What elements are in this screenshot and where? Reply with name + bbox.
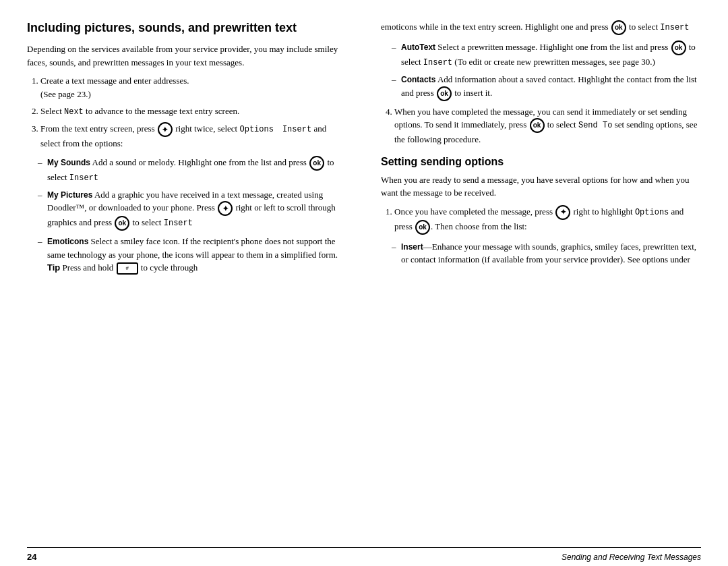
step-1: Create a text message and enter addresse… (40, 74, 347, 101)
option-autotext: AutoText Select a prewritten message. Hi… (392, 40, 701, 69)
step-4: When you have completed the message, you… (394, 105, 701, 146)
ok-icon-2: ok (115, 216, 129, 231)
section2-intro: When you are ready to send a message, yo… (381, 173, 701, 200)
ok-icon-1: ok (309, 156, 324, 171)
left-intro: Depending on the services available from… (27, 43, 347, 69)
step-3: From the text entry screen, press right … (40, 122, 347, 150)
ok-icon-6: ok (530, 118, 545, 133)
option-contacts: Contacts Add information about a saved c… (392, 73, 701, 101)
left-title: Including pictures, sounds, and prewritt… (27, 20, 347, 36)
left-steps-list: Create a text message and enter addresse… (27, 74, 347, 150)
option-emoticons: Emoticons Select a smiley face icon. If … (38, 235, 347, 275)
ok-icon-4: ok (671, 40, 686, 55)
left-column: Including pictures, sounds, and prewritt… (27, 20, 354, 542)
space-icon-1: # (117, 262, 138, 275)
section2-step-1: Once you have completed the message, pre… (394, 205, 701, 235)
right-column: emoticons while in the text entry screen… (374, 20, 701, 542)
section2-options: Insert—Enhance your message with sounds,… (381, 240, 701, 266)
page-number: 24 (27, 552, 36, 562)
emoticons-continued: emoticons while in the text entry screen… (381, 20, 701, 35)
nav-icon-3 (555, 205, 570, 220)
option-mypictures: My Pictures Add a graphic you have recei… (38, 188, 347, 231)
ok-icon-3: ok (611, 20, 626, 35)
ok-icon-7: ok (415, 220, 430, 235)
footer-section-title: Sending and Receiving Text Messages (562, 553, 701, 562)
nav-icon-2 (218, 201, 233, 216)
ok-icon-5: ok (437, 86, 452, 101)
option-mysounds: My Sounds Add a sound or melody. Highlig… (38, 156, 347, 184)
page: Including pictures, sounds, and prewritt… (0, 0, 728, 566)
content-area: Including pictures, sounds, and prewritt… (27, 20, 701, 542)
page-footer: 24 Sending and Receiving Text Messages (27, 547, 701, 566)
right-options-list: AutoText Select a prewritten message. Hi… (381, 40, 701, 101)
section2-title: Setting sending options (381, 156, 701, 168)
nav-icon-1 (158, 122, 173, 137)
option-insert: Insert—Enhance your message with sounds,… (392, 240, 701, 266)
right-steps-list: When you have completed the message, you… (381, 105, 701, 146)
step-2: Select Next to advance to the message te… (40, 105, 347, 118)
options-list: My Sounds Add a sound or melody. Highlig… (27, 156, 347, 275)
section2-steps: Once you have completed the message, pre… (381, 205, 701, 235)
